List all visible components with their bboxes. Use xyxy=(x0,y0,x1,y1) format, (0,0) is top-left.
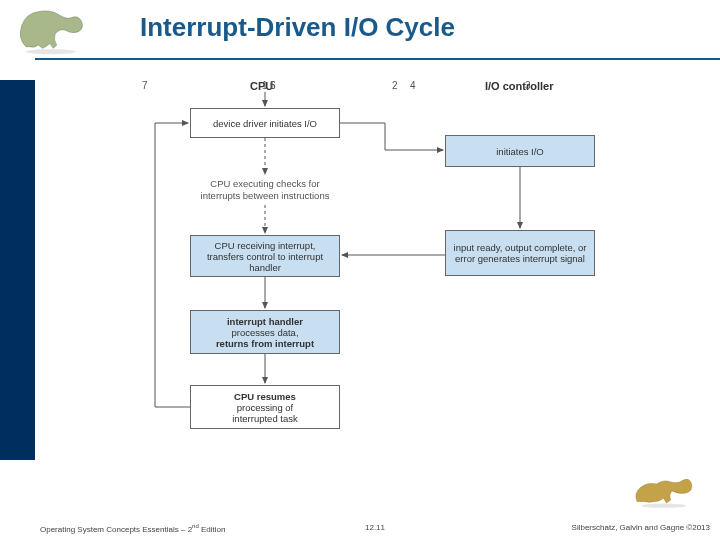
svg-point-0 xyxy=(26,49,76,54)
column-header-io: I/O controller xyxy=(485,80,553,92)
step-3-label: 3 xyxy=(525,80,531,91)
box-text-bold: returns from interrupt xyxy=(195,338,335,349)
box-device-driver: device driver initiates I/O xyxy=(190,108,340,138)
box-text: processes data, xyxy=(195,327,335,338)
dinosaur-bottom-right-icon xyxy=(630,465,700,510)
left-accent-bar xyxy=(0,80,35,460)
box-text-bold: CPU resumes xyxy=(195,391,335,402)
step-2-label: 2 xyxy=(392,80,398,91)
box-text: processing of xyxy=(195,402,335,413)
box-cpu-interrupt: CPU receiving interrupt, transfers contr… xyxy=(190,235,340,277)
footer: Operating System Concepts Essentials – 2… xyxy=(40,523,710,534)
header: Interrupt-Driven I/O Cycle xyxy=(0,0,720,60)
box-text: device driver initiates I/O xyxy=(195,118,335,129)
footer-center: 12.11 xyxy=(365,523,385,532)
dinosaur-top-left-icon xyxy=(10,5,100,55)
box-cpu-resumes: CPU resumes processing of interrupted ta… xyxy=(190,385,340,429)
header-rule xyxy=(35,58,720,60)
svg-point-8 xyxy=(641,504,686,508)
mid-text: CPU executing checks for interrupts betw… xyxy=(190,178,340,202)
box-text: interrupted task xyxy=(195,413,335,424)
step-6-label: 6 xyxy=(270,80,276,91)
step-7-label: 7 xyxy=(142,80,148,91)
mid-line2: interrupts between instructions xyxy=(201,190,330,201)
box-text: CPU receiving interrupt, transfers contr… xyxy=(195,240,335,273)
box-interrupt-handler: interrupt handler processes data, return… xyxy=(190,310,340,354)
footer-right: Silberschatz, Galvin and Gagne ©2013 xyxy=(572,523,710,534)
footer-sup: nd xyxy=(192,523,199,529)
step-1-label: 1 xyxy=(262,80,268,91)
step-4-label: 4 xyxy=(410,80,416,91)
box-text-bold: interrupt handler xyxy=(195,316,335,327)
footer-left-a: Operating System Concepts Essentials – 2 xyxy=(40,525,192,534)
box-text: input ready, output complete, or error g… xyxy=(450,242,590,264)
mid-line1: CPU executing checks for xyxy=(210,178,319,189)
footer-left: Operating System Concepts Essentials – 2… xyxy=(40,523,225,534)
page-title: Interrupt-Driven I/O Cycle xyxy=(140,12,455,43)
diagram: CPU I/O controller 1 2 3 4 5 6 7 device … xyxy=(130,80,640,480)
box-input-ready: input ready, output complete, or error g… xyxy=(445,230,595,276)
box-text: initiates I/O xyxy=(450,146,590,157)
box-initiates-io: initiates I/O xyxy=(445,135,595,167)
footer-left-b: Edition xyxy=(199,525,226,534)
